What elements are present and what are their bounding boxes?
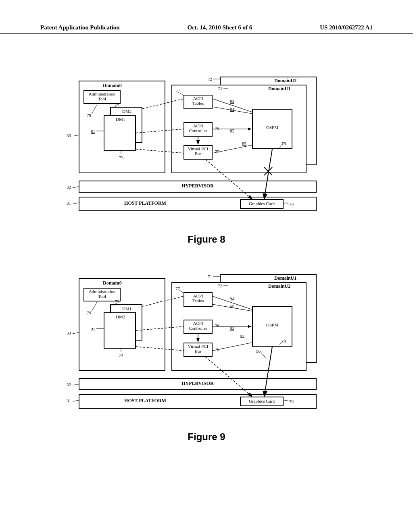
domainu2-label: DomainU2 <box>274 78 296 83</box>
ref9-77: 77 <box>175 286 180 291</box>
hypervisor-label: HYPERVISOR <box>79 183 317 189</box>
ref-32: 32 <box>67 185 71 189</box>
ref-84: 84 <box>230 107 234 112</box>
figure-9-diagram: DomainU1 DomainU2 Domain0 Administration… <box>58 274 317 411</box>
ref9-71: 71 <box>208 274 212 279</box>
ref9-78: 78 <box>282 339 286 343</box>
acpi-controller-label-9: ACPI Controller <box>184 321 213 330</box>
ref-78: 78 <box>282 141 286 146</box>
ref-33: 33 <box>67 133 71 138</box>
figure-8-diagram: DomainU2 DomainU1 Domain0 Administration… <box>58 77 317 214</box>
acpi-tables-label: ACPI Tables <box>184 96 213 106</box>
ref9-79: 79 <box>87 310 91 315</box>
dm1-label-9: DM1 <box>122 306 131 311</box>
header-right: US 2010/0262722 A1 <box>320 24 373 31</box>
ref-71: 71 <box>218 86 222 91</box>
ref9-92: 92 <box>240 334 244 339</box>
graphics-label: Graphics Card <box>240 201 284 206</box>
hypervisor-label-9: HYPERVISOR <box>79 381 317 386</box>
header-center: Oct. 14, 2010 Sheet 6 of 6 <box>188 24 252 31</box>
host-label-9: HOST PLATFORM <box>79 398 212 403</box>
ref-83: 83 <box>230 99 234 104</box>
vpci-label: Virtual PCI Bus <box>184 146 213 156</box>
ref9-96: 96 <box>256 349 261 353</box>
ref-76: 76 <box>215 126 219 131</box>
ref-81: 81 <box>91 129 95 134</box>
domain0-label-9: Domain0 <box>103 281 122 286</box>
domain0-label: Domain0 <box>103 83 122 88</box>
ref-72: 72 <box>208 77 212 81</box>
acpi-tables-label-9: ACPI Tables <box>184 293 213 303</box>
ref-75: 75 <box>215 149 219 154</box>
ref9-33: 33 <box>67 330 71 335</box>
ref9-95: 95 <box>230 304 234 309</box>
page-header: Patent Application Publication Oct. 14, … <box>0 24 413 34</box>
ref-70: 70 <box>289 202 294 206</box>
vpci-label-9: Virtual PCI Bus <box>184 344 213 353</box>
ref-82: 82 <box>230 128 234 133</box>
dm2-label: DM2 <box>122 109 131 114</box>
ref9-76: 76 <box>215 323 219 328</box>
ref9-73: 73 <box>115 299 119 304</box>
ref9-72: 72 <box>218 283 222 288</box>
ref-77: 77 <box>175 89 180 94</box>
ref9-70: 70 <box>289 399 294 404</box>
dm2-label-9: DM2 <box>116 314 125 319</box>
acpi-controller-label: ACPI Controller <box>184 123 213 133</box>
header-left: Patent Application Publication <box>40 24 120 31</box>
admin-tool-label: Administration Tool <box>83 91 121 101</box>
domainu1-label: DomainU1 <box>268 86 290 91</box>
figure-8-caption: Figure 8 <box>0 234 413 245</box>
ref-31: 31 <box>67 201 71 206</box>
ref9-94: 94 <box>230 296 234 301</box>
domainu1-label-9: DomainU1 <box>274 276 296 281</box>
ref-85: 85 <box>242 141 246 146</box>
figure-9-caption: Figure 9 <box>0 431 413 443</box>
ref9-31: 31 <box>67 398 71 403</box>
ref9-91: 91 <box>91 326 95 331</box>
domainu2-label-9: DomainU2 <box>268 284 290 289</box>
ref9-75: 75 <box>215 347 219 351</box>
admin-tool-label-9: Administration Tool <box>83 289 121 299</box>
ref9-32: 32 <box>67 382 71 387</box>
graphics-label-9: Graphics Card <box>240 399 284 403</box>
ref-74: 74 <box>115 102 119 106</box>
dm1-label: DM1 <box>116 117 125 122</box>
ospm-label: OSPM <box>252 125 292 130</box>
ref-79: 79 <box>87 113 91 118</box>
ospm-label-9: OSPM <box>252 322 292 327</box>
ref-73: 73 <box>119 155 123 160</box>
host-label: HOST PLATFORM <box>79 201 212 206</box>
ref9-93: 93 <box>230 326 234 330</box>
ref9-74: 74 <box>119 353 123 357</box>
